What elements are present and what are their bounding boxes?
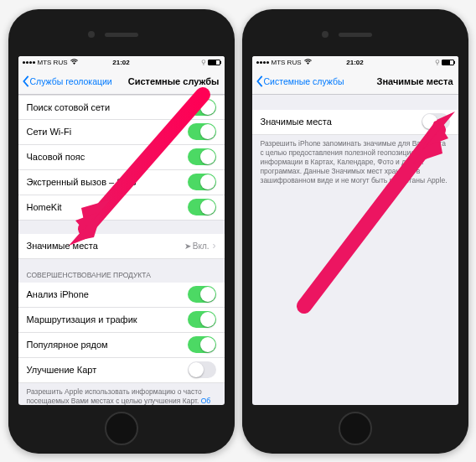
status-bar: MTS RUS 21:02 ⚲ [252,56,458,70]
bluetooth-icon: ⚲ [435,59,440,66]
nav-title: Системные службы [128,76,220,86]
home-button[interactable] [105,412,138,445]
location-arrow-icon: ➤ [184,241,191,251]
wifi-icon [70,59,78,66]
clock: 21:02 [88,59,154,66]
cell-label: Популярное рядом [27,340,188,350]
group-header-improvement: СОВЕРШЕНСТВОВАНИЕ ПРОДУКТА [18,259,225,283]
cell-cellular-search[interactable]: Поиск сотовой сети [18,95,225,120]
cell-label: Экстренный вызов – SOS [27,177,188,187]
footer-description: Разрешить iPhone запоминать значимые для… [252,135,458,192]
signal-icon [23,61,35,64]
cell-label: Сети Wi-Fi [27,127,188,137]
phone-left: MTS RUS 21:02 ⚲ Службы геолокации Систем… [8,9,235,454]
toggle[interactable] [422,113,450,130]
speaker-slit [105,33,138,37]
clock: 21:02 [322,59,388,66]
toggle[interactable] [188,336,216,353]
back-button[interactable]: Системные службы [256,75,344,87]
camera-dot [322,31,329,38]
cell-emergency-sos[interactable]: Экстренный вызов – SOS [18,170,225,195]
cell-label: Значимые места [27,241,184,251]
nav-bar: Системные службы Значимые места [252,70,458,95]
screen-right: MTS RUS 21:02 ⚲ Системные службы Значимы… [252,56,458,405]
cell-homekit[interactable]: HomeKit [18,195,225,221]
bluetooth-icon: ⚲ [201,59,206,66]
cell-iphone-analytics[interactable]: Анализ iPhone [18,283,225,308]
carrier-label: MTS RUS [38,59,68,66]
phone-right: MTS RUS 21:02 ⚲ Системные службы Значимы… [242,9,468,454]
cell-popular-near-me[interactable]: Популярное рядом [18,333,225,358]
camera-dot [88,31,95,38]
back-label: Службы геолокации [30,76,112,86]
toggle[interactable] [188,123,216,140]
content-scroll[interactable]: Поиск сотовой сети Сети Wi-Fi Часовой по… [18,95,225,405]
cell-label: Маршрутизация и трафик [27,314,188,324]
cell-label: Значимые места [261,117,422,127]
cell-detail: Вкл. [193,241,210,251]
home-button[interactable] [339,412,372,445]
cell-improve-maps[interactable]: Улучшение Карт [18,358,225,383]
toggle[interactable] [188,311,216,328]
toggle[interactable] [188,361,216,378]
cell-significant-locations[interactable]: Значимые места ➤ Вкл. › [18,234,225,259]
toggle[interactable] [188,286,216,303]
cell-label: HomeKit [27,202,188,212]
battery-icon [208,60,220,65]
cell-wifi-networking[interactable]: Сети Wi-Fi [18,120,225,145]
cell-label: Поиск сотовой сети [27,102,188,112]
cell-label: Часовой пояс [27,152,188,162]
toggle[interactable] [188,174,216,190]
toggle[interactable] [188,148,216,165]
cell-label: Анализ iPhone [27,289,188,299]
toggle[interactable] [188,199,216,215]
cell-routing-traffic[interactable]: Маршрутизация и трафик [18,308,225,333]
toggle[interactable] [188,99,216,116]
speaker-slit [339,33,372,37]
nav-bar: Службы геолокации Системные службы [18,70,225,95]
cell-timezone[interactable]: Часовой пояс [18,145,225,170]
cell-label: Улучшение Карт [27,365,188,375]
footer-text: Разрешить Apple использовать информацию … [18,383,225,405]
cell-significant-locations-toggle[interactable]: Значимые места [252,110,458,135]
carrier-label: MTS RUS [272,59,302,66]
battery-icon [442,60,454,65]
back-label: Системные службы [264,76,344,86]
content-scroll[interactable]: Значимые места Разрешить iPhone запомина… [252,95,458,405]
chevron-right-icon: › [213,240,216,252]
screen-left: MTS RUS 21:02 ⚲ Службы геолокации Систем… [18,56,225,405]
signal-icon [256,61,269,64]
wifi-icon [304,59,312,66]
back-button[interactable]: Службы геолокации [22,75,112,87]
status-bar: MTS RUS 21:02 ⚲ [18,56,225,70]
nav-title: Значимые места [377,76,453,86]
